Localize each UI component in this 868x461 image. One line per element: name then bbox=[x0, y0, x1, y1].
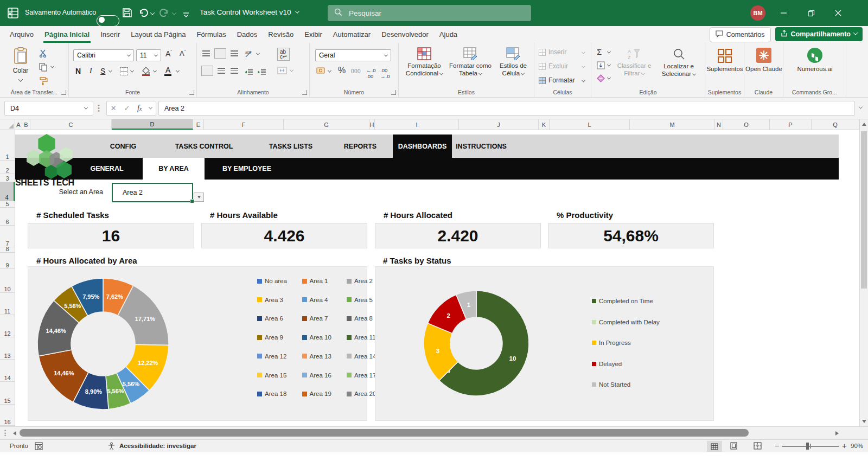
copy-menu-chevron[interactable] bbox=[50, 65, 54, 68]
row-header-14[interactable]: 14 bbox=[0, 360, 15, 382]
accessibility-icon[interactable] bbox=[107, 442, 116, 451]
column-header-B[interactable]: B bbox=[22, 119, 30, 130]
menu-tab-revis-o[interactable]: Revisão bbox=[263, 26, 299, 43]
menu-tab-f-rmulas[interactable]: Fórmulas bbox=[192, 26, 232, 43]
align-left-icon[interactable] bbox=[201, 66, 213, 76]
row-header-1[interactable]: 1 bbox=[0, 130, 15, 161]
increase-indent-icon[interactable] bbox=[258, 68, 266, 78]
select-all-corner[interactable] bbox=[0, 119, 15, 130]
sheet-splitter-grip[interactable]: ••• bbox=[4, 430, 6, 437]
minimize-button[interactable] bbox=[771, 0, 796, 26]
orientation-icon[interactable]: ab bbox=[245, 49, 253, 60]
align-top-icon[interactable] bbox=[202, 50, 210, 56]
row-header-15[interactable]: 15 bbox=[0, 382, 15, 405]
copy-icon[interactable] bbox=[39, 63, 47, 74]
decrease-decimal-icon[interactable]: .00→.0 bbox=[380, 67, 390, 79]
menu-tab-automatizar[interactable]: Automatizar bbox=[328, 26, 376, 43]
thousands-format-icon[interactable]: 000 bbox=[351, 68, 361, 74]
number-dialog-launcher[interactable] bbox=[391, 90, 396, 95]
scroll-left-arrow[interactable] bbox=[13, 431, 16, 436]
merge-center-icon[interactable] bbox=[277, 67, 287, 76]
menu-tab-dados[interactable]: Dados bbox=[232, 26, 263, 43]
fill-menu-chevron[interactable] bbox=[607, 63, 611, 67]
zoom-level[interactable]: 90% bbox=[851, 443, 863, 449]
page-break-view-button[interactable] bbox=[754, 442, 762, 451]
formula-input[interactable]: Area 2 bbox=[158, 101, 855, 116]
addins-button[interactable]: Suplementos bbox=[705, 48, 744, 73]
currency-menu-chevron[interactable] bbox=[328, 69, 331, 73]
column-header-F[interactable]: F bbox=[204, 119, 284, 130]
decrease-font-icon[interactable]: Aˇ bbox=[180, 49, 186, 57]
open-claude-button[interactable]: Open Claude bbox=[744, 47, 783, 73]
normal-view-button[interactable] bbox=[707, 441, 722, 452]
horizontal-scrollbar[interactable]: ••• bbox=[0, 426, 868, 439]
row-header-12[interactable]: 12 bbox=[0, 315, 15, 337]
row-header-6[interactable]: 6 bbox=[0, 208, 15, 226]
vertical-scrollbar[interactable] bbox=[859, 119, 868, 426]
conditional-formatting-button[interactable]: Formatação Condicional bbox=[402, 47, 446, 77]
column-header-O[interactable]: O bbox=[723, 119, 770, 130]
column-header-E[interactable]: E bbox=[193, 119, 204, 130]
find-select-button[interactable]: Localizar e Selecionar bbox=[655, 48, 702, 78]
quick-access-customize-icon[interactable] bbox=[183, 10, 189, 20]
align-center-icon[interactable] bbox=[218, 68, 225, 74]
autosum-icon[interactable]: Σ bbox=[597, 47, 602, 56]
autosum-menu-chevron[interactable] bbox=[607, 50, 611, 54]
clear-menu-chevron[interactable] bbox=[607, 76, 611, 80]
percent-format-icon[interactable]: % bbox=[338, 66, 346, 75]
menu-tab-desenvolvedor[interactable]: Desenvolvedor bbox=[376, 26, 434, 43]
row-header-9[interactable]: 9 bbox=[0, 253, 15, 269]
row-header-16[interactable]: 16 bbox=[0, 405, 15, 426]
font-color-icon[interactable]: A bbox=[164, 66, 171, 76]
enter-formula-icon[interactable]: ✓ bbox=[124, 104, 130, 112]
save-icon[interactable] bbox=[122, 8, 132, 20]
column-header-C[interactable]: C bbox=[30, 119, 112, 130]
zoom-slider-knob[interactable] bbox=[806, 443, 809, 450]
search-input[interactable] bbox=[348, 9, 513, 18]
scroll-up-arrow[interactable] bbox=[862, 123, 866, 126]
menu-tab-exibir[interactable]: Exibir bbox=[299, 26, 328, 43]
numerous-button[interactable]: Numerous.ai bbox=[783, 47, 846, 73]
page-layout-view-button[interactable] bbox=[730, 442, 738, 451]
selected-cell-d4[interactable]: Area 2 bbox=[112, 183, 193, 202]
column-header-A[interactable]: A bbox=[15, 119, 22, 130]
document-title[interactable]: Task Control Worksheet v10 bbox=[200, 8, 299, 16]
column-header-N[interactable]: N bbox=[715, 119, 723, 130]
accessibility-status[interactable]: Acessibilidade: investigar bbox=[119, 443, 196, 449]
bold-icon[interactable]: N bbox=[75, 67, 81, 75]
macro-record-icon[interactable] bbox=[35, 442, 43, 451]
row-header-7[interactable]: 7 bbox=[0, 226, 15, 247]
paste-button[interactable]: Colar bbox=[8, 47, 34, 84]
underline-icon[interactable]: S bbox=[100, 67, 105, 75]
clear-icon[interactable] bbox=[597, 74, 605, 85]
increase-font-icon[interactable]: Aˆ bbox=[165, 49, 172, 58]
horizontal-scroll-thumb[interactable] bbox=[20, 429, 749, 437]
column-header-P[interactable]: P bbox=[770, 119, 812, 130]
column-header-I[interactable]: I bbox=[375, 119, 459, 130]
menu-tab-arquivo[interactable]: Arquivo bbox=[4, 26, 39, 43]
scroll-right-arrow[interactable] bbox=[835, 431, 839, 436]
row-header-13[interactable]: 13 bbox=[0, 337, 15, 360]
format-painter-icon[interactable] bbox=[39, 76, 48, 87]
column-header-G[interactable]: G bbox=[284, 119, 369, 130]
row-header-5[interactable]: 5 bbox=[0, 201, 15, 208]
autosave-toggle[interactable] bbox=[97, 15, 119, 27]
number-format-select[interactable]: Geral bbox=[315, 49, 391, 61]
align-right-icon[interactable] bbox=[231, 68, 238, 74]
underline-menu-chevron[interactable] bbox=[108, 69, 112, 73]
zoom-out-button[interactable]: − bbox=[775, 441, 779, 450]
zoom-in-button[interactable]: + bbox=[842, 441, 847, 450]
undo-icon[interactable] bbox=[138, 8, 148, 20]
column-header-Q[interactable]: Q bbox=[812, 119, 859, 130]
column-header-H[interactable]: H bbox=[369, 119, 375, 130]
share-button[interactable]: Compartilhamento bbox=[775, 27, 863, 41]
avatar[interactable]: BM bbox=[750, 5, 765, 21]
font-size-select[interactable]: 11 bbox=[136, 49, 161, 61]
comments-button[interactable]: Comentários bbox=[710, 27, 771, 42]
clipboard-dialog-launcher[interactable] bbox=[61, 90, 66, 95]
orientation-menu-chevron[interactable] bbox=[256, 52, 260, 55]
format-menu-chevron[interactable] bbox=[582, 79, 585, 82]
borders-icon[interactable] bbox=[120, 67, 128, 75]
scroll-down-arrow[interactable] bbox=[862, 420, 866, 423]
chart1-area[interactable] bbox=[28, 266, 367, 421]
